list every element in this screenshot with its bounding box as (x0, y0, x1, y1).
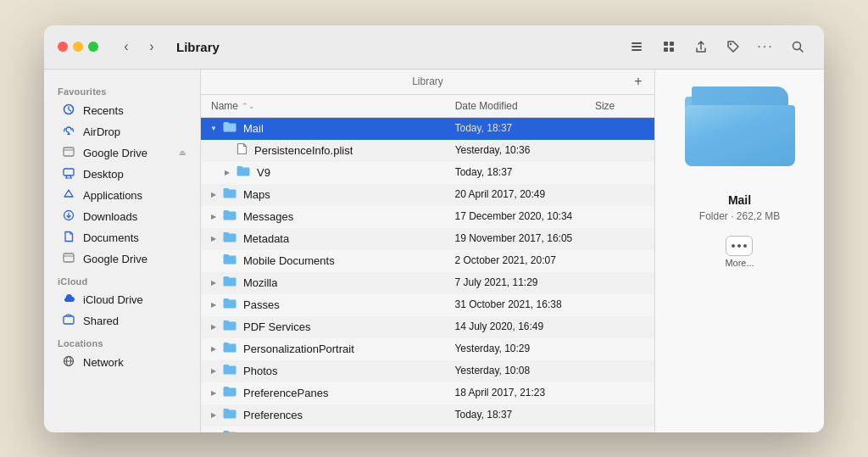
file-name-label: Printers (243, 431, 281, 432)
file-row[interactable]: ▶ Maps 20 April 2017, 20:49 (201, 184, 654, 206)
add-button[interactable]: + (629, 72, 648, 91)
preview-panel: Mail Folder · 262,2 MB More... (654, 70, 824, 432)
size-column-header[interactable]: Size (588, 98, 654, 114)
airdrop-icon (61, 125, 76, 139)
fullscreen-button[interactable] (88, 42, 98, 52)
file-row[interactable]: ▶ Passes 31 October 2021, 16:38 (201, 294, 654, 316)
search-button[interactable] (785, 34, 810, 59)
recents-label: Recents (83, 104, 124, 117)
file-row[interactable]: ▶ Photos Yesterday, 10:08 (201, 360, 654, 382)
sidebar-item-network[interactable]: Network (47, 352, 197, 373)
network-icon (61, 355, 76, 370)
back-button[interactable]: ‹ (115, 36, 137, 58)
file-row[interactable]: PersistenceInfo.plist Yesterday, 10:36 (201, 140, 654, 162)
file-row[interactable]: ▶ V9 Today, 18:37 (201, 162, 654, 184)
expand-chevron[interactable]: ▶ (208, 365, 220, 376)
svg-rect-4 (670, 42, 674, 46)
minimize-button[interactable] (73, 42, 83, 52)
titlebar: ‹ › Library (44, 25, 824, 70)
svg-rect-11 (64, 148, 74, 156)
file-row[interactable]: ▶ Preferences Today, 18:37 (201, 404, 654, 426)
sidebar-item-shared[interactable]: Shared (47, 310, 197, 332)
forward-button[interactable]: › (141, 36, 163, 58)
icloud-label: iCloud (44, 270, 200, 290)
expand-chevron[interactable]: ▶ (208, 343, 220, 354)
expand-chevron[interactable]: ▶ (208, 387, 220, 398)
network-label: Network (83, 356, 124, 369)
file-row[interactable]: ▶ PDF Services 14 July 2020, 16:49 (201, 316, 654, 338)
grid-view-button[interactable] (656, 34, 682, 59)
file-name-label: PreferencePanes (243, 387, 328, 399)
toolbar-right: ··· (624, 34, 810, 59)
folder-icon (223, 121, 236, 135)
sidebar-item-documents[interactable]: Documents (47, 227, 197, 248)
desktop-icon (61, 167, 76, 181)
expand-chevron[interactable]: ▶ (208, 431, 220, 432)
date-column-header[interactable]: Date Modified (448, 98, 588, 114)
eject-icon: ⏏ (179, 148, 186, 157)
file-date-cell: 18 April 2017, 21:23 (448, 387, 587, 398)
sidebar-item-desktop[interactable]: Desktop (47, 164, 197, 185)
expand-chevron[interactable]: ▶ (221, 166, 233, 178)
file-name-cell: PersistenceInfo.plist (201, 142, 448, 158)
more-options-button[interactable]: ··· (753, 34, 778, 59)
favourites-label: Favourites (44, 80, 200, 100)
downloads-label: Downloads (83, 210, 137, 223)
file-name-label: PersonalizationPortrait (243, 343, 354, 355)
file-row[interactable]: ▶ Metadata 19 November 2017, 16:05 (201, 228, 654, 250)
expand-chevron[interactable]: ▶ (208, 232, 220, 244)
file-row[interactable]: Mobile Documents 2 October 2021, 20:07 (201, 250, 654, 272)
file-name-label: Maps (243, 188, 270, 201)
file-name-cell: ▶ Metadata (201, 231, 448, 245)
file-row[interactable]: ▶ PersonalizationPortrait Yesterday, 10:… (201, 338, 654, 360)
share-button[interactable] (688, 34, 714, 59)
file-name-label: Mail (243, 122, 264, 135)
file-list: ▼ Mail Today, 18:37 PersistenceInfo.plis… (201, 118, 654, 432)
list-view-button[interactable] (624, 34, 649, 59)
expand-chevron[interactable]: ▶ (208, 188, 220, 200)
sidebar-item-google-drive-2[interactable]: Google Drive (47, 248, 197, 270)
google-drive-1-icon (61, 146, 76, 160)
sidebar-item-google-drive-1[interactable]: Google Drive ⏏ (47, 142, 197, 164)
folder-icon (223, 187, 236, 201)
navigation-buttons: ‹ › (115, 36, 163, 58)
sidebar-item-airdrop[interactable]: AirDrop (47, 121, 197, 142)
file-row[interactable]: ▶ Messages 17 December 2020, 10:34 (201, 206, 654, 228)
svg-line-9 (800, 49, 804, 53)
expand-chevron[interactable]: ▶ (208, 320, 220, 332)
file-date-cell: 31 October 2021, 16:38 (448, 298, 587, 310)
sidebar-item-recents[interactable]: Recents (47, 100, 197, 121)
more-info-button[interactable]: More... (725, 236, 754, 268)
folder-icon (223, 386, 236, 399)
sidebar-item-applications[interactable]: Applications (47, 185, 197, 206)
file-row[interactable]: ▶ Printers 18 April 2017, 21:23 (201, 426, 654, 432)
expand-chevron[interactable]: ▶ (208, 409, 220, 421)
expand-chevron[interactable]: ▶ (208, 298, 220, 310)
close-button[interactable] (58, 42, 68, 52)
expand-chevron-empty (208, 254, 220, 266)
file-name-cell: ▶ Printers (201, 430, 448, 432)
column-headers: Name ⌃⌄ Date Modified Size (201, 95, 654, 118)
sidebar-item-icloud-drive[interactable]: iCloud Drive (47, 290, 197, 310)
sidebar-item-downloads[interactable]: Downloads (47, 206, 197, 227)
file-icon (236, 142, 248, 158)
file-row[interactable]: ▶ Mozilla 7 July 2021, 11:29 (201, 272, 654, 294)
applications-label: Applications (83, 189, 142, 202)
file-date-cell: Today, 18:37 (448, 166, 588, 178)
folder-icon (223, 254, 236, 267)
file-name-label: PDF Services (243, 320, 310, 333)
file-name-cell: ▼ Mail (201, 121, 448, 135)
file-row[interactable]: ▼ Mail Today, 18:37 (201, 118, 654, 140)
file-name-label: Passes (243, 298, 280, 311)
svg-rect-2 (632, 49, 642, 51)
expand-chevron[interactable]: ▼ (208, 122, 220, 134)
applications-icon (61, 188, 76, 203)
file-date-cell: 2 October 2021, 20:07 (448, 254, 587, 266)
expand-chevron[interactable]: ▶ (208, 210, 220, 222)
file-name-cell: ▶ V9 (201, 165, 448, 179)
name-column-header[interactable]: Name ⌃⌄ (201, 98, 448, 114)
file-name-cell: ▶ Mozilla (201, 276, 448, 289)
expand-chevron[interactable]: ▶ (208, 276, 220, 288)
tag-button[interactable] (721, 34, 746, 59)
file-row[interactable]: ▶ PreferencePanes 18 April 2017, 21:23 (201, 382, 654, 404)
